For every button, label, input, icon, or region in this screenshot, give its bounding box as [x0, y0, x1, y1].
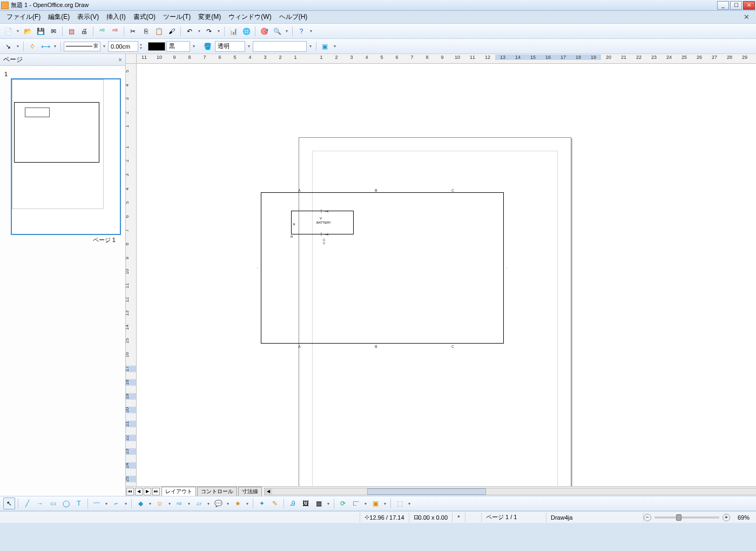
- pages-panel-close-icon[interactable]: ×: [118, 56, 122, 64]
- tab-nav-last[interactable]: ⏭: [152, 488, 160, 495]
- basic-shapes-icon[interactable]: ◆: [134, 498, 146, 509]
- flowchart-icon[interactable]: ▱: [193, 498, 205, 509]
- help-icon[interactable]: ?: [295, 25, 307, 37]
- hyperlink-icon[interactable]: 🌐: [240, 25, 252, 37]
- arrow-tool-icon[interactable]: →: [34, 498, 46, 509]
- fill-color-select[interactable]: [253, 41, 307, 52]
- handle-left[interactable]: ·: [257, 266, 258, 270]
- format-paint-icon[interactable]: 🖌: [166, 25, 178, 37]
- print-icon[interactable]: 🖨: [78, 25, 90, 37]
- line-end-icon[interactable]: ◊: [26, 41, 38, 52]
- spellcheck-icon[interactable]: ᴬᴮ: [96, 25, 108, 37]
- flowchart-dropdown[interactable]: ▾: [206, 501, 211, 506]
- handle-B-top[interactable]: B: [375, 189, 377, 192]
- edit-points-icon[interactable]: ✦: [256, 498, 268, 509]
- menu-modify[interactable]: 変更(M): [195, 11, 224, 23]
- save-icon[interactable]: 💾: [35, 25, 46, 37]
- line-color-dropdown[interactable]: ▾: [191, 44, 197, 49]
- line-color-swatch[interactable]: [148, 42, 165, 51]
- zoom-slider[interactable]: [654, 516, 719, 519]
- paste-icon[interactable]: 📋: [153, 25, 165, 37]
- page-thumbnail[interactable]: [11, 78, 121, 235]
- hscroll-left[interactable]: ◀: [265, 488, 272, 495]
- tab-dim[interactable]: 寸法線: [238, 487, 262, 496]
- connector-dropdown[interactable]: ▾: [123, 501, 129, 506]
- menu-edit[interactable]: 編集(E): [45, 11, 73, 23]
- chart-icon[interactable]: 📊: [227, 25, 239, 37]
- zoom-out-button[interactable]: −: [644, 514, 651, 521]
- arrange-icon[interactable]: ▣: [369, 498, 381, 509]
- redo-icon[interactable]: ↷: [203, 25, 215, 37]
- rectangle-tool-icon[interactable]: ▭: [47, 498, 59, 509]
- callout-icon[interactable]: 💬: [212, 498, 224, 509]
- undo-dropdown[interactable]: ▾: [197, 29, 202, 33]
- from-file-icon[interactable]: 🖼: [300, 498, 312, 509]
- block-arrows-icon[interactable]: ⇨: [173, 498, 185, 509]
- handle-A-bottom[interactable]: A: [298, 345, 301, 348]
- fill-color-dropdown[interactable]: ▾: [308, 44, 313, 49]
- basic-shapes-dropdown[interactable]: ▾: [147, 501, 153, 506]
- document-close-button[interactable]: ✕: [740, 13, 753, 21]
- handle-right[interactable]: ·: [507, 266, 508, 270]
- line-style-select[interactable]: 実: [64, 42, 100, 51]
- open-icon[interactable]: 📂: [22, 25, 33, 37]
- tab-control[interactable]: コントロール: [197, 487, 237, 496]
- hscroll-thumb[interactable]: [367, 488, 486, 495]
- tab-layout[interactable]: レイアウト: [161, 487, 196, 496]
- zoom-dropdown[interactable]: ▾: [284, 29, 289, 33]
- menu-insert[interactable]: 挿入(I): [103, 11, 129, 23]
- handle-A-top[interactable]: A: [298, 189, 301, 192]
- gallery-icon[interactable]: ▦: [313, 498, 325, 509]
- block-arrows-dropdown[interactable]: ▾: [186, 501, 192, 506]
- drawing-canvas[interactable]: A B C A B C · · ⊢⊣ V BATTERY ≋ R ⊢⊣ C: [137, 64, 756, 486]
- arrow-ends-icon[interactable]: ⟷: [39, 41, 51, 52]
- zoom-icon[interactable]: 🔍: [271, 25, 283, 37]
- cut-icon[interactable]: ✂: [127, 25, 139, 37]
- arrow-ends-dropdown[interactable]: ▾: [52, 44, 58, 49]
- symbol-shapes-dropdown[interactable]: ▾: [167, 501, 172, 506]
- extrusion-icon[interactable]: ⬚: [394, 498, 406, 509]
- shadow-icon[interactable]: ▣: [319, 41, 331, 52]
- curve-dropdown[interactable]: ▾: [104, 501, 109, 506]
- menu-help[interactable]: ヘルプ(H): [276, 11, 311, 23]
- line-style-dropdown[interactable]: ▾: [102, 44, 107, 49]
- arrow-style-icon[interactable]: ↘: [2, 41, 14, 52]
- ellipse-tool-icon[interactable]: ◯: [60, 498, 72, 509]
- zoom-in-button[interactable]: +: [723, 514, 730, 521]
- menu-window[interactable]: ウィンドウ(W): [225, 11, 274, 23]
- menu-view[interactable]: 表示(V): [74, 11, 102, 23]
- arrow-style-dropdown[interactable]: ▾: [15, 44, 21, 49]
- tab-nav-first[interactable]: ⏮: [126, 488, 134, 495]
- menu-file[interactable]: ファイル(F): [3, 11, 44, 23]
- handle-C-top[interactable]: C: [451, 189, 454, 192]
- select-tool-icon[interactable]: ↖: [3, 498, 15, 509]
- fill-bucket-icon[interactable]: 🪣: [202, 41, 214, 52]
- menu-tools[interactable]: ツール(T): [160, 11, 194, 23]
- close-button[interactable]: ✕: [743, 1, 755, 10]
- gallery-dropdown[interactable]: ▾: [326, 501, 331, 506]
- redo-dropdown[interactable]: ▾: [216, 29, 221, 33]
- pdf-export-icon[interactable]: ▤: [65, 25, 77, 37]
- navigator-icon[interactable]: 🎯: [258, 25, 270, 37]
- drawbar-overflow[interactable]: ▾: [407, 501, 412, 506]
- align-dropdown[interactable]: ▾: [363, 501, 368, 506]
- menu-format[interactable]: 書式(O): [130, 11, 159, 23]
- text-tool-icon[interactable]: T: [73, 498, 85, 509]
- copy-icon[interactable]: ⎘: [140, 25, 152, 37]
- horizontal-scrollbar[interactable]: ◀ ▶: [264, 488, 756, 495]
- line-width-input[interactable]: [108, 41, 138, 52]
- email-icon[interactable]: ✉: [48, 25, 59, 37]
- rotate-icon[interactable]: ⟳: [337, 498, 349, 509]
- align-icon[interactable]: ⫍: [350, 498, 362, 509]
- curve-tool-icon[interactable]: 〰: [91, 498, 103, 509]
- undo-icon[interactable]: ↶: [184, 25, 195, 37]
- circuit-diagram[interactable]: ⊢⊣ V BATTERY ≋ R ⊢⊣ C C: [291, 211, 354, 234]
- arrange-dropdown[interactable]: ▾: [382, 501, 388, 506]
- tab-nav-prev[interactable]: ◀: [135, 488, 143, 495]
- new-doc-dropdown[interactable]: ▾: [15, 29, 21, 33]
- vertical-ruler[interactable]: 5432112345678910111213141516171819202122…: [126, 64, 137, 486]
- callout-dropdown[interactable]: ▾: [225, 501, 231, 506]
- line-tool-icon[interactable]: ╱: [21, 498, 33, 509]
- horizontal-ruler[interactable]: 1110987654321123456789101112131415161718…: [137, 54, 756, 64]
- fill-style-dropdown[interactable]: ▾: [246, 44, 252, 49]
